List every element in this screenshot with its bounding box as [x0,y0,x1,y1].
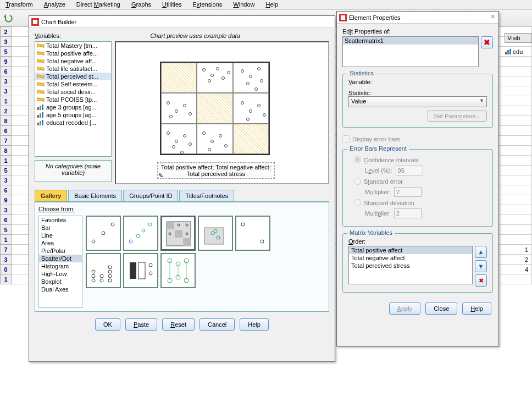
row-header[interactable]: 7 [1,136,12,146]
scatter-3d-thumb[interactable] [198,216,233,251]
row-header[interactable]: 2 [1,27,12,37]
row-header[interactable]: 6 [1,215,12,225]
chart-type-scatter-dot[interactable]: Scatter/Dot [39,255,82,262]
chart-type-dual-axes[interactable]: Dual Axes [39,285,82,293]
menu-transform[interactable]: Transform [0,0,38,9]
ok-button[interactable]: OK [95,318,120,331]
variable-item[interactable]: Total PCOISS [tp... [35,96,111,103]
chart-type-pie-polar[interactable]: Pie/Polar [39,247,82,255]
row-header[interactable]: 1 [1,156,12,166]
element-properties-titlebar[interactable]: Element Properties ✕ [337,12,498,24]
dot-simple-thumb[interactable] [86,253,121,288]
row-header[interactable]: 5 [1,166,12,175]
svg-point-52 [92,274,95,278]
matrix-drop-caption[interactable]: ✎ Total positive affect; Total negative … [157,162,275,179]
row-header[interactable]: 8 [1,146,12,156]
svg-point-53 [92,270,95,273]
variable-item[interactable]: Total Self esteem... [35,80,111,88]
row-header[interactable]: 3 [1,255,12,265]
row-header[interactable]: 5 [1,47,12,57]
cancel-button[interactable]: Cancel [199,318,235,331]
row-header[interactable]: 3 [1,205,12,215]
chart-type-area[interactable]: Area [39,239,82,247]
chart-type-bar[interactable]: Bar [39,224,82,232]
move-up-button[interactable]: ▲ [475,246,487,258]
undo-icon[interactable] [2,12,14,24]
variable-item[interactable]: educat recoded [... [35,119,111,127]
variable-item[interactable]: age 3 groups [ag... [35,103,111,111]
scatter-matrix-thumb[interactable] [160,216,196,251]
row-header[interactable]: 6 [1,126,12,136]
variable-item[interactable]: Total perceived st... [35,73,111,80]
row-header[interactable]: 3 [1,175,12,185]
statistic-dropdown[interactable]: Value [348,96,487,107]
visible-button[interactable]: Visib [505,33,532,43]
chart-type-favorites[interactable]: Favorites [39,216,82,224]
row-header[interactable]: 5 [1,225,12,235]
variable-item[interactable]: Total positive affe... [35,50,111,57]
help-button[interactable]: Help [240,318,269,331]
move-down-button[interactable]: ▼ [475,260,487,272]
help-button[interactable]: Help [462,302,491,315]
variables-list[interactable]: Total Mastery [tm...Total positive affe.… [35,41,112,157]
row-header[interactable]: 7 [1,245,12,255]
svg-rect-39 [175,230,182,238]
chart-builder-titlebar[interactable]: Chart Builder [29,16,335,28]
row-header[interactable]: 9 [1,57,12,67]
scatter-dot-thumb[interactable] [235,216,270,251]
menu-window[interactable]: Window [228,0,260,9]
variable-item[interactable]: age 5 groups [ag... [35,111,111,119]
list-item[interactable]: Scattermatrix1 [343,37,478,45]
menu-utilities[interactable]: Utilities [157,0,187,9]
dot-summary-thumb[interactable] [123,253,158,288]
order-list[interactable]: Total positive affectTotal negative affe… [348,246,473,284]
chart-type-line[interactable]: Line [39,232,82,239]
menu-direct-marketing[interactable]: Direct Marketing [71,0,126,9]
variable-item[interactable]: Total Mastery [tm... [35,42,111,50]
edit-properties-list[interactable]: Scattermatrix1 [342,36,479,67]
variable-item[interactable]: Total negative aff... [35,57,111,65]
row-header[interactable]: 6 [1,185,12,195]
row-header[interactable]: 0 [1,265,12,274]
remove-variable-button[interactable]: ✖ [475,274,487,287]
svg-rect-27 [37,123,39,125]
tab-basic-elements[interactable]: Basic Elements [68,190,122,201]
tab-groups-point-id[interactable]: Groups/Point ID [123,190,178,201]
row-header[interactable]: 9 [1,195,12,205]
remove-element-button[interactable]: ✖ [481,36,493,48]
chart-preview[interactable]: ✎ Total positive affect; Total negative … [115,41,329,184]
chart-types-list[interactable]: FavoritesBarLineAreaPie/PolarScatter/Dot… [38,216,82,308]
order-item[interactable]: Total positive affect [349,246,472,254]
row-header[interactable]: 3 [1,37,12,47]
row-header[interactable]: 1 [1,96,12,106]
chart-type-histogram[interactable]: Histogram [39,262,82,270]
scatter-grouped-thumb[interactable] [123,216,158,251]
chart-type-high-low[interactable]: High-Low [39,270,82,278]
scatter-simple-thumb[interactable] [86,216,121,251]
order-item[interactable]: Total negative affect [349,254,472,262]
menu-help[interactable]: Help [260,0,284,9]
dialog-title: Element Properties [349,14,401,21]
tab-gallery[interactable]: Gallery [35,190,67,201]
row-header[interactable]: 1 [1,235,12,245]
paste-button[interactable]: Paste [125,318,157,331]
row-header[interactable]: 3 [1,86,12,96]
row-header[interactable]: 1 [1,274,12,284]
menu-extensions[interactable]: Extensions [187,0,228,9]
svg-point-59 [108,266,112,269]
close-button[interactable]: Close [425,302,457,315]
row-header[interactable]: 3 [1,76,12,86]
order-item[interactable]: Total perceived stress [349,262,472,270]
drop-line-thumb[interactable] [160,253,196,288]
reset-button[interactable]: Reset [162,318,195,331]
chart-type-boxplot[interactable]: Boxplot [39,278,82,285]
row-header[interactable]: 2 [1,106,12,116]
variable-item[interactable]: Total life satisfact... [35,65,111,73]
tab-titles-footnotes[interactable]: Titles/Footnotes [179,190,234,201]
menu-analyze[interactable]: Analyze [38,0,71,9]
row-header[interactable]: 6 [1,67,12,76]
menu-graphs[interactable]: Graphs [126,0,157,9]
variable-item[interactable]: Total social desir... [35,88,111,96]
row-header[interactable]: 8 [1,116,12,126]
close-icon[interactable]: ✕ [490,13,495,20]
